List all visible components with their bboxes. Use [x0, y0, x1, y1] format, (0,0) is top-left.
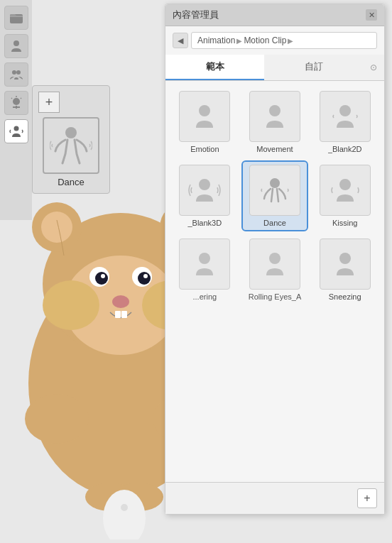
rolling-eyes-label: Rolling Eyes_A — [249, 292, 302, 301]
grid-item-blank3d[interactable]: _Blank3D — [173, 162, 237, 230]
grid-item-emotion[interactable]: Emotion — [173, 88, 237, 156]
svg-rect-16 — [115, 311, 121, 318]
svg-point-38 — [269, 253, 281, 264]
blank2d-label: _Blank2D — [328, 145, 362, 153]
dance-thumb — [249, 165, 300, 216]
blank2d-thumb — [320, 91, 371, 142]
svg-point-12 — [143, 274, 148, 278]
grid-item-whispering[interactable]: ...ering — [173, 236, 237, 304]
grid-add-button[interactable]: + — [357, 488, 377, 508]
items-grid: Emotion Movement — [173, 88, 377, 304]
grid-item-movement[interactable]: Movement — [243, 88, 307, 156]
grid-add-icon: + — [364, 492, 370, 505]
left-add-button[interactable]: + — [38, 92, 60, 113]
sidebar-icon-motion[interactable] — [4, 119, 28, 143]
svg-point-14 — [43, 280, 99, 330]
breadcrumb-path: Animation ▶ Motion Clip ▶ — [191, 32, 377, 49]
breadcrumb-motion-clip[interactable]: Motion Clip — [244, 35, 286, 45]
grid-item-kissing[interactable]: Kissing — [312, 162, 377, 230]
svg-point-37 — [199, 253, 210, 264]
svg-point-13 — [112, 295, 129, 308]
close-button[interactable]: ✕ — [366, 9, 377, 21]
tab-custom[interactable]: 自訂 — [264, 55, 363, 80]
svg-point-27 — [16, 70, 21, 75]
breadcrumb-arrow-1: ▶ — [236, 37, 242, 45]
svg-point-4 — [41, 212, 72, 243]
tab-expand-icon: ⊙ — [370, 62, 377, 72]
dance-preview-thumb — [43, 117, 99, 174]
svg-point-9 — [95, 272, 108, 285]
svg-point-36 — [339, 179, 351, 190]
svg-point-18 — [25, 394, 89, 444]
sneezing-label: Sneezing — [329, 292, 361, 301]
grid-item-dance[interactable]: Dance — [243, 162, 307, 230]
back-arrow-icon: ◀ — [178, 36, 183, 45]
svg-point-33 — [339, 105, 351, 116]
kissing-thumb — [320, 165, 371, 216]
svg-point-10 — [138, 272, 151, 285]
tab-sample-label: 範本 — [206, 61, 224, 72]
svg-point-11 — [101, 274, 105, 278]
breadcrumb-animation[interactable]: Animation — [197, 35, 235, 45]
sidebar-icon-group[interactable] — [4, 62, 28, 87]
sneezing-thumb — [320, 238, 371, 290]
sidebar — [0, 0, 32, 220]
sidebar-icon-prop[interactable] — [4, 91, 28, 115]
rolling-eyes-thumb — [249, 238, 300, 290]
whispering-label: ...ering — [193, 292, 217, 301]
dance-grid-label: Dance — [263, 219, 286, 227]
svg-rect-17 — [121, 311, 127, 318]
grid-content: Emotion Movement — [165, 81, 384, 482]
tab-sample[interactable]: 範本 — [165, 55, 264, 80]
emotion-label: Emotion — [190, 145, 219, 153]
kissing-label: Kissing — [332, 219, 357, 227]
grid-item-blank2d[interactable]: _Blank2D — [312, 88, 377, 156]
movement-thumb — [249, 91, 300, 142]
breadcrumb-bar: ◀ Animation ▶ Motion Clip ▶ — [165, 26, 384, 55]
svg-point-29 — [13, 126, 18, 131]
grid-item-rolling-eyes[interactable]: Rolling Eyes_A — [243, 236, 307, 304]
tabs-bar: 範本 自訂 ⊙ — [165, 55, 384, 81]
blank3d-label: _Blank3D — [187, 219, 222, 227]
sidebar-icon-character[interactable] — [4, 34, 28, 58]
svg-point-31 — [199, 105, 210, 116]
breadcrumb-arrow-2: ▶ — [288, 37, 293, 45]
svg-point-35 — [270, 178, 280, 188]
whispering-thumb — [179, 238, 230, 290]
tab-arrow-button[interactable]: ⊙ — [363, 55, 384, 80]
content-manager-panel: 內容管理員 ✕ ◀ Animation ▶ Motion Clip ▶ 範本 自… — [165, 4, 385, 515]
bottom-toolbar: + — [165, 482, 384, 514]
dance-item-label: Dance — [58, 177, 85, 187]
svg-point-30 — [65, 127, 77, 138]
back-button[interactable]: ◀ — [173, 33, 188, 48]
svg-point-25 — [13, 40, 19, 46]
sidebar-icon-folder[interactable] — [4, 6, 28, 30]
svg-point-26 — [12, 70, 16, 75]
svg-point-32 — [269, 105, 281, 116]
add-icon: + — [45, 95, 53, 110]
movement-label: Movement — [256, 145, 293, 153]
svg-point-34 — [199, 179, 210, 190]
grid-item-sneezing[interactable]: Sneezing — [312, 236, 377, 304]
title-bar: 內容管理員 ✕ — [165, 4, 384, 26]
svg-point-23 — [121, 504, 128, 511]
svg-point-28 — [13, 98, 20, 105]
left-preview-panel: + Dance — [32, 85, 110, 194]
tab-custom-label: 自訂 — [305, 61, 323, 72]
blank3d-thumb — [179, 165, 230, 216]
svg-point-39 — [339, 253, 351, 264]
emotion-thumb — [179, 91, 230, 142]
panel-title: 內容管理員 — [173, 9, 219, 21]
